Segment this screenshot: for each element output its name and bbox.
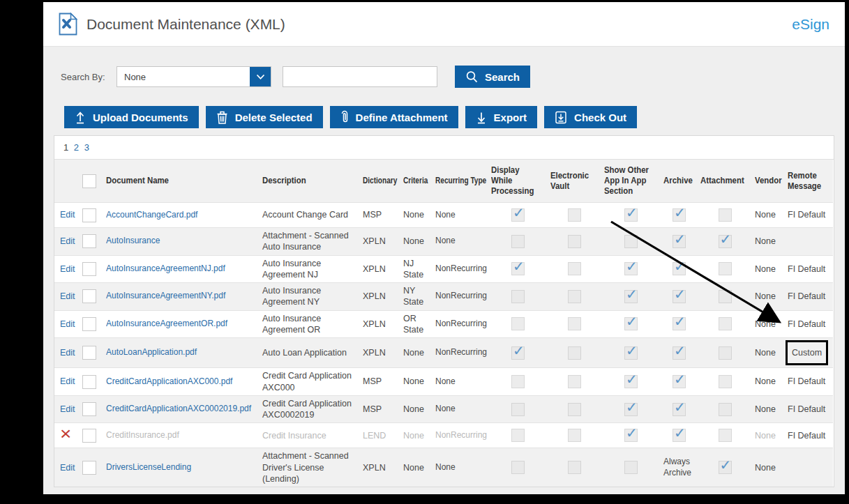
vendor-cell: None <box>752 368 785 396</box>
edit-link[interactable]: Edit <box>60 236 75 246</box>
edit-link[interactable]: Edit <box>60 348 75 358</box>
dictionary-cell: XPLN <box>360 255 400 283</box>
document-name-link[interactable]: CreditInsurance.pdf <box>106 430 257 441</box>
document-name-cell: CreditCardApplicationAXC000.pdf <box>103 368 260 396</box>
chevron-down-icon <box>256 74 265 80</box>
criteria-cell: None <box>400 423 433 448</box>
action-cell: Edit <box>54 203 80 228</box>
select-all-checkbox[interactable] <box>82 174 96 188</box>
search-input[interactable] <box>283 66 437 87</box>
row-select-checkbox[interactable] <box>82 402 96 416</box>
edit-link[interactable]: Edit <box>60 264 75 274</box>
vendor-cell: None <box>752 203 785 228</box>
page-3-link[interactable]: 3 <box>84 142 89 153</box>
attachment-cell <box>698 228 752 256</box>
archive-cell <box>661 255 698 283</box>
description-cell: Auto Loan Application <box>260 338 360 368</box>
table-row: Edit AccountChangeCard.pdf Account Chang… <box>54 203 833 228</box>
description-cell: Attachment - Scanned Driver's License (L… <box>260 448 360 487</box>
attachment-checkbox <box>719 461 732 474</box>
dropdown-arrow-button[interactable] <box>250 67 271 86</box>
document-name-cell: AutoInsuranceAgreementOR.pdf <box>103 310 260 338</box>
row-select-checkbox[interactable] <box>82 289 96 303</box>
document-name-link[interactable]: AutoLoanApplication.pdf <box>106 347 257 358</box>
archive-cell <box>661 338 698 368</box>
criteria-cell: OR State <box>400 310 433 338</box>
electronic-vault-cell <box>548 448 601 487</box>
attachment-cell <box>698 423 752 448</box>
paperclip-icon <box>340 110 349 124</box>
document-name-link[interactable]: CreditCardApplicationAXC0002019.pdf <box>106 404 257 415</box>
attachment-cell <box>698 283 752 311</box>
edit-link[interactable]: Edit <box>60 463 75 473</box>
row-select-checkbox[interactable] <box>82 375 96 389</box>
search-button[interactable]: Search <box>455 66 530 88</box>
upload-documents-button[interactable]: Upload Documents <box>64 106 199 128</box>
archive-cell: Always Archive <box>661 448 698 487</box>
row-select-checkbox[interactable] <box>82 208 96 222</box>
attachment-cell <box>698 310 752 338</box>
checked-out-x-icon[interactable]: × <box>60 429 71 440</box>
edit-link[interactable]: Edit <box>60 210 75 220</box>
edit-link[interactable]: Edit <box>60 291 75 301</box>
select-all-header <box>80 160 103 203</box>
row-select-checkbox[interactable] <box>82 234 96 248</box>
attachment-checkbox <box>719 375 732 388</box>
description-cell: Credit Card Application AXC0002019 <box>260 395 360 423</box>
documents-panel: 1 2 3 Document Name <box>54 135 834 487</box>
export-label: Export <box>494 112 527 123</box>
page-content: Search By: None Search <box>43 47 845 494</box>
document-name-cell: AccountChangeCard.pdf <box>103 203 260 228</box>
select-cell <box>80 203 103 228</box>
document-name-link[interactable]: CreditCardApplicationAXC000.pdf <box>106 376 257 388</box>
search-by-dropdown[interactable]: None <box>117 66 271 87</box>
document-name-link[interactable]: DriversLicenseLending <box>106 462 257 473</box>
attachment-cell <box>698 255 752 283</box>
action-cell: Edit <box>54 338 80 368</box>
document-name-link[interactable]: AccountChangeCard.pdf <box>106 210 257 221</box>
remote-message-cell: FI Default <box>785 255 833 283</box>
row-select-checkbox[interactable] <box>82 346 96 360</box>
search-by-label: Search By: <box>61 72 117 82</box>
row-select-checkbox[interactable] <box>82 429 96 443</box>
description-cell: Account Change Card <box>260 203 360 228</box>
electronic-vault-cell <box>548 228 601 256</box>
define-attachment-button[interactable]: Define Attachment <box>330 106 458 128</box>
vendor-cell: None <box>752 448 785 487</box>
check-out-button[interactable]: Check Out <box>544 106 637 128</box>
delete-selected-button[interactable]: Delete Selected <box>206 106 323 128</box>
row-select-checkbox[interactable] <box>82 262 96 276</box>
edit-link[interactable]: Edit <box>60 376 75 386</box>
vendor-cell: None <box>752 283 785 311</box>
attachment-checkbox <box>719 208 732 222</box>
col-recurring-type: Recurring Type <box>433 160 488 203</box>
col-electronic-vault: Electronic Vault <box>548 160 601 203</box>
show-other-checkbox <box>624 403 638 416</box>
show-other-app-cell <box>601 448 661 487</box>
col-criteria: Criteria <box>400 160 433 203</box>
page-2-link[interactable]: 2 <box>74 142 79 153</box>
pagination: 1 2 3 <box>54 136 834 160</box>
row-select-checkbox[interactable] <box>82 317 96 331</box>
select-cell <box>80 338 103 368</box>
attachment-cell <box>698 448 752 487</box>
dictionary-cell: XPLN <box>360 448 400 487</box>
remote-message-cell: FI Default <box>785 310 833 338</box>
col-attachment: Attachment <box>698 160 752 203</box>
recurring-type-cell: NonRecurring <box>433 423 488 448</box>
document-name-link[interactable]: AutoInsuranceAgreementOR.pdf <box>106 319 257 330</box>
recurring-type-cell: NonRecurring <box>433 283 488 311</box>
document-name-link[interactable]: AutoInsurance <box>106 236 257 247</box>
row-select-checkbox[interactable] <box>82 461 96 475</box>
edit-link[interactable]: Edit <box>60 319 75 329</box>
archive-cell <box>661 395 698 423</box>
edit-link[interactable]: Edit <box>60 404 75 414</box>
remote-message-cell: FI Default <box>785 203 833 228</box>
document-name-link[interactable]: AutoInsuranceAgreementNY.pdf <box>106 291 257 302</box>
table-row: Edit AutoInsuranceAgreementOR.pdf Auto I… <box>54 310 833 338</box>
electronic-vault-checkbox <box>568 290 581 303</box>
display-while-processing-checkbox <box>511 461 525 474</box>
display-while-processing-cell <box>488 203 548 228</box>
export-button[interactable]: Export <box>465 106 538 128</box>
document-name-link[interactable]: AutoInsuranceAgreementNJ.pdf <box>106 264 257 275</box>
